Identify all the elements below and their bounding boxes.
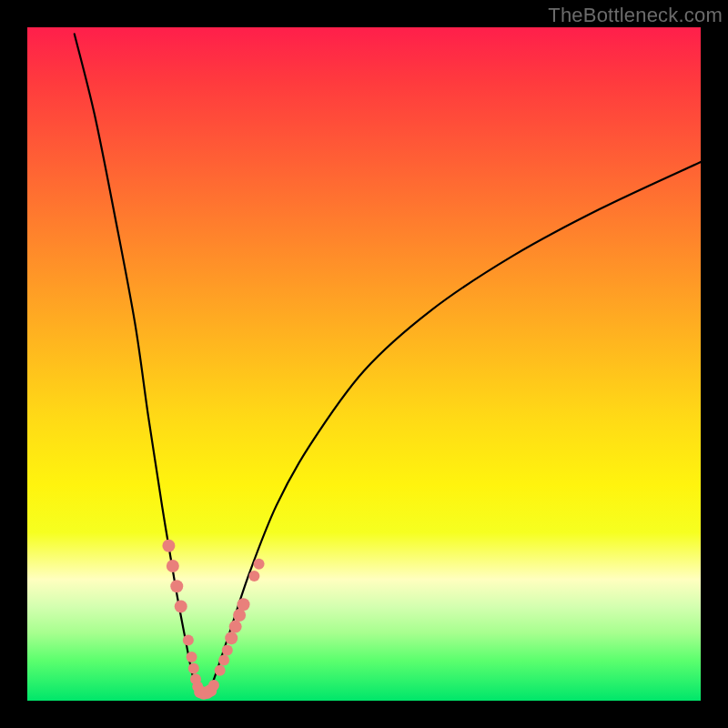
highlight-point	[225, 632, 238, 644]
highlight-point	[218, 655, 229, 666]
chart-wrapper: TheBottleneck.com	[0, 0, 728, 728]
highlight-point	[187, 652, 197, 662]
highlight-point	[183, 634, 194, 645]
plot-area	[27, 27, 701, 701]
highlight-point	[215, 665, 226, 676]
highlight-point	[170, 580, 183, 592]
highlight-point	[222, 645, 233, 656]
bottleneck-curve	[75, 34, 701, 695]
highlight-point	[238, 598, 250, 611]
highlight-point	[254, 559, 265, 570]
highlight-markers	[162, 540, 264, 700]
highlight-point	[175, 600, 187, 612]
curve-layer	[75, 34, 701, 695]
watermark: TheBottleneck.com	[548, 4, 723, 27]
chart-svg	[27, 27, 701, 701]
highlight-point	[229, 621, 242, 633]
highlight-point	[208, 680, 219, 691]
highlight-point	[167, 560, 179, 572]
highlight-point	[188, 662, 199, 673]
highlight-point	[162, 540, 175, 552]
highlight-point	[248, 571, 259, 581]
